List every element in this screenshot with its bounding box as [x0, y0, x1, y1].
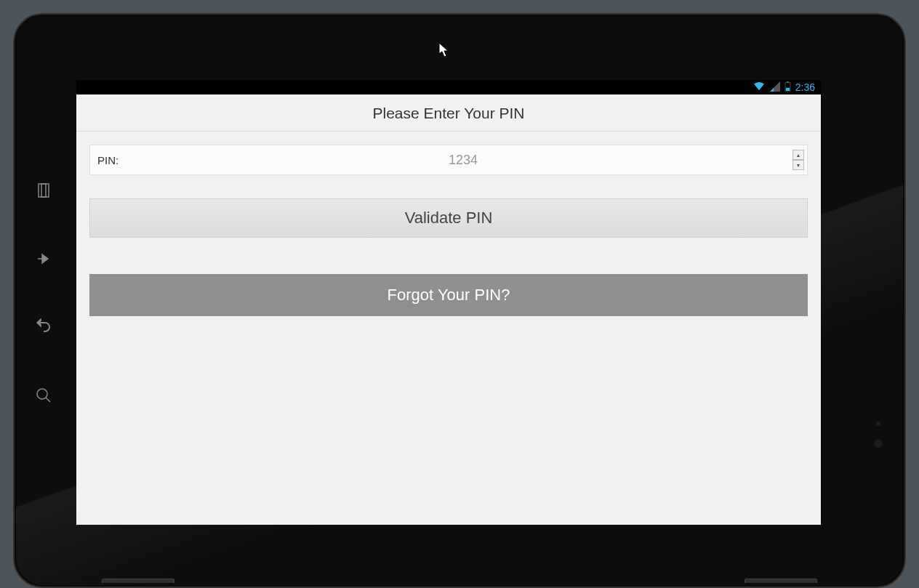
svg-rect-5 — [787, 81, 790, 83]
battery-icon — [784, 81, 791, 94]
wifi-icon — [753, 81, 766, 94]
svg-rect-1 — [41, 184, 49, 197]
emulator-side-controls — [35, 182, 52, 404]
spinner-up-button[interactable]: ▲ — [792, 150, 804, 160]
tablet-device-frame: 2:36 Please Enter Your PIN PIN: ▲ ▼ Vali… — [13, 13, 906, 588]
undo-return-icon[interactable] — [35, 318, 52, 336]
tablet-bottom-ports — [15, 579, 904, 584]
recent-apps-icon[interactable] — [35, 182, 52, 199]
svg-point-2 — [37, 389, 47, 399]
forward-arrow-icon[interactable] — [35, 250, 52, 267]
pin-input-row: PIN: ▲ ▼ — [89, 145, 808, 175]
search-icon[interactable] — [35, 387, 52, 404]
svg-line-3 — [46, 398, 50, 402]
cellular-signal-icon — [770, 81, 780, 94]
svg-rect-0 — [39, 184, 46, 197]
spinner-down-button[interactable]: ▼ — [792, 160, 804, 170]
validate-pin-button[interactable]: Validate PIN — [89, 198, 808, 238]
page-title: Please Enter Your PIN — [76, 94, 821, 132]
android-status-bar: 2:36 — [76, 80, 821, 94]
pin-input[interactable] — [134, 145, 792, 174]
tablet-camera-sensors — [874, 422, 883, 448]
app-screen: Please Enter Your PIN PIN: ▲ ▼ Validate … — [76, 94, 821, 525]
forgot-pin-button[interactable]: Forgot Your PIN? — [89, 274, 808, 316]
svg-rect-6 — [786, 87, 790, 90]
pin-label: PIN: — [90, 154, 134, 166]
number-spinner: ▲ ▼ — [792, 150, 804, 170]
status-time: 2:36 — [795, 81, 815, 93]
